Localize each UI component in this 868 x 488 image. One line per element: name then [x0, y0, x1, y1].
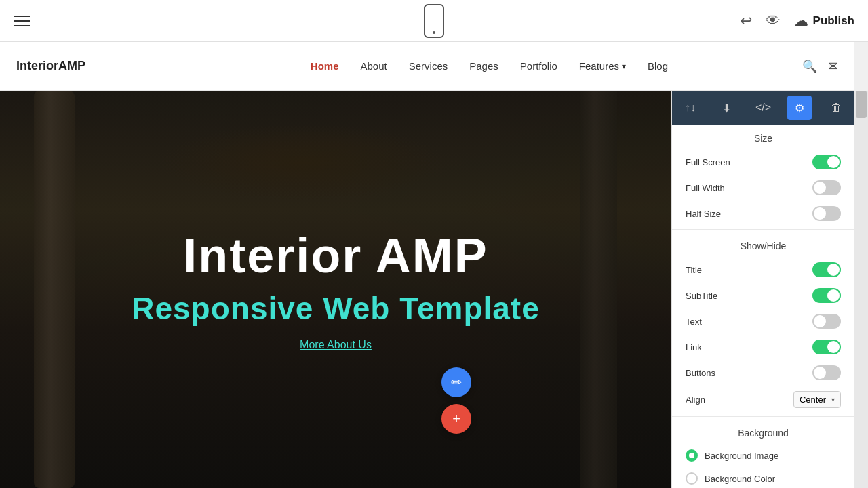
link-row: Link: [672, 334, 854, 360]
subtitle-label: SubTitle: [686, 291, 717, 301]
top-bar-right: ↩ 👁 ☁ Publish: [740, 12, 854, 30]
divider-1: [672, 229, 854, 230]
bg-color-option[interactable]: Background Color: [672, 467, 854, 488]
publish-button[interactable]: ☁ Publish: [794, 13, 854, 29]
text-row: Text: [672, 308, 854, 334]
code-button[interactable]: </>: [751, 96, 775, 120]
subtitle-knob: [827, 289, 840, 302]
full-width-row: Full Width: [672, 175, 854, 201]
move-up-button[interactable]: ↑↓: [678, 96, 703, 120]
delete-button[interactable]: 🗑: [824, 96, 848, 120]
nav-scrollbar-strip: [854, 42, 868, 91]
scrollbar-track[interactable]: [854, 91, 868, 488]
bg-color-label: Background Color: [705, 474, 775, 484]
show-hide-section-title: Show/Hide: [672, 232, 854, 257]
title-row: Title: [672, 257, 854, 283]
align-label: Align: [686, 394, 705, 405]
toolbar: ↑↓ ⬇ </> ⚙ 🗑: [672, 91, 854, 125]
mobile-preview-icon[interactable]: [424, 4, 444, 38]
nav-features[interactable]: Features ▾: [579, 60, 626, 72]
navbar-row: InteriorAMP Home About Services Pages Po…: [0, 42, 868, 91]
buttons-toggle[interactable]: [812, 365, 841, 380]
site-logo: InteriorAMP: [16, 59, 85, 73]
hero-title: Interior AMP: [183, 228, 488, 283]
hamburger-icon[interactable]: [14, 16, 30, 26]
full-screen-label: Full Screen: [686, 157, 730, 167]
hero-section: Interior AMP Responsive Web Template Mor…: [0, 91, 671, 488]
full-screen-knob: [827, 156, 840, 168]
align-dropdown[interactable]: Center ▾: [793, 391, 841, 408]
main-area: Interior AMP Responsive Web Template Mor…: [0, 91, 868, 488]
bg-image-radio[interactable]: [686, 449, 698, 462]
top-bar: ↩ 👁 ☁ Publish: [0, 0, 868, 42]
fab-container: ✏ +: [441, 367, 471, 434]
nav-links: Home About Services Pages Portfolio Feat…: [311, 60, 668, 72]
full-screen-toggle[interactable]: [812, 155, 841, 169]
settings-button[interactable]: ⚙: [787, 96, 812, 120]
divider-2: [672, 416, 854, 417]
hero-subtitle: Responsive Web Template: [132, 290, 540, 327]
hero-content: Interior AMP Responsive Web Template Mor…: [0, 91, 671, 488]
align-row: Align Center ▾: [672, 386, 854, 413]
publish-label: Publish: [813, 14, 854, 28]
buttons-row: Buttons: [672, 360, 854, 386]
nav-pages[interactable]: Pages: [469, 60, 498, 72]
download-button[interactable]: ⬇: [715, 96, 739, 120]
buttons-knob: [814, 367, 826, 379]
scrollbar-thumb[interactable]: [856, 91, 867, 118]
page-scrollbar[interactable]: [854, 91, 868, 488]
chevron-down-icon: ▾: [622, 62, 626, 71]
top-bar-left: [14, 16, 30, 26]
link-knob: [827, 341, 840, 353]
subtitle-row: SubTitle: [672, 283, 854, 308]
nav-home[interactable]: Home: [311, 60, 339, 72]
full-screen-row: Full Screen: [672, 149, 854, 175]
text-knob: [814, 315, 826, 327]
half-size-row: Half Size: [672, 201, 854, 226]
link-toggle[interactable]: [812, 340, 841, 354]
half-size-label: Half Size: [686, 209, 721, 219]
link-label: Link: [686, 342, 702, 352]
size-section-title: Size: [672, 125, 854, 149]
search-icon[interactable]: 🔍: [802, 59, 817, 74]
hero-link[interactable]: More About Us: [300, 339, 372, 351]
half-size-toggle[interactable]: [812, 206, 841, 221]
chevron-down-icon: ▾: [831, 396, 835, 403]
nav-services[interactable]: Services: [409, 60, 448, 72]
buttons-label: Buttons: [686, 368, 715, 378]
text-toggle[interactable]: [812, 314, 841, 329]
title-label: Title: [686, 265, 702, 275]
add-fab[interactable]: +: [441, 404, 471, 434]
subtitle-toggle[interactable]: [812, 288, 841, 303]
background-section-title: Background: [672, 420, 854, 444]
nav-portfolio[interactable]: Portfolio: [520, 60, 557, 72]
top-bar-center: [424, 4, 444, 38]
half-size-knob: [814, 207, 826, 220]
mail-icon[interactable]: ✉: [828, 59, 838, 74]
title-toggle[interactable]: [812, 262, 841, 277]
bg-image-option[interactable]: Background Image: [672, 444, 854, 467]
cloud-icon: ☁: [794, 13, 808, 29]
nav-icons: 🔍 ✉: [802, 59, 838, 74]
text-label: Text: [686, 317, 702, 327]
nav-about[interactable]: About: [361, 60, 387, 72]
bg-image-radio-inner: [689, 453, 694, 458]
navbar: InteriorAMP Home About Services Pages Po…: [0, 42, 854, 91]
right-panel: ↑↓ ⬇ </> ⚙ 🗑 Size Full Screen Full Width: [671, 91, 854, 488]
full-width-toggle[interactable]: [812, 180, 841, 195]
settings-panel: Size Full Screen Full Width Half Size: [672, 125, 854, 488]
title-knob: [827, 264, 840, 276]
undo-icon[interactable]: ↩: [740, 12, 752, 30]
nav-blog[interactable]: Blog: [648, 60, 668, 72]
preview-icon[interactable]: 👁: [766, 12, 781, 30]
align-value: Center: [800, 394, 826, 405]
bg-image-label: Background Image: [705, 451, 778, 461]
edit-fab[interactable]: ✏: [441, 367, 471, 397]
bg-color-radio[interactable]: [686, 472, 698, 485]
full-width-knob: [814, 182, 826, 194]
full-width-label: Full Width: [686, 183, 725, 193]
